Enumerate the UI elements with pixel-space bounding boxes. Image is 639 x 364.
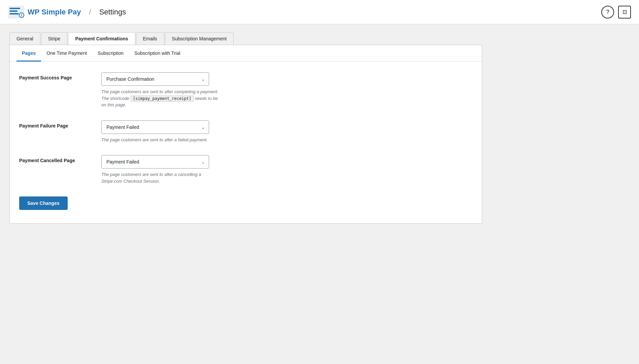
screen-options-button[interactable]: ⊡ bbox=[618, 6, 631, 19]
tab-general[interactable]: General bbox=[9, 32, 40, 45]
tab-emails[interactable]: Emails bbox=[136, 32, 164, 45]
payment-failure-description: The page customers are sent to after a f… bbox=[101, 137, 223, 143]
payment-cancelled-label: Payment Cancelled Page bbox=[19, 155, 93, 163]
payment-failure-select-wrap: Purchase Confirmation Payment Failed Oth… bbox=[101, 120, 209, 134]
payment-success-select[interactable]: Purchase Confirmation Payment Failed Oth… bbox=[101, 72, 209, 86]
header-right: ? ⊡ bbox=[601, 6, 631, 19]
help-button[interactable]: ? bbox=[601, 6, 614, 19]
sub-tab-subscription[interactable]: Subscription bbox=[92, 45, 129, 62]
page-header: WP Simple Pay / Settings ? ⊡ bbox=[0, 0, 639, 24]
content-area: Pages One Time Payment Subscription Subs… bbox=[9, 45, 482, 224]
payment-cancelled-description: The page customers are sent to after a c… bbox=[101, 171, 223, 184]
header-divider: / bbox=[89, 8, 91, 16]
top-nav-tabs: General Stripe Payment Confirmations Ema… bbox=[9, 32, 482, 45]
svg-rect-1 bbox=[9, 8, 20, 9]
save-row: Save Changes bbox=[19, 196, 472, 210]
payment-cancelled-select[interactable]: Purchase Confirmation Payment Failed Oth… bbox=[101, 155, 209, 169]
svg-rect-6 bbox=[21, 15, 22, 16]
tab-subscription-management[interactable]: Subscription Management bbox=[165, 32, 234, 45]
header-left: WP Simple Pay / Settings bbox=[8, 6, 126, 19]
payment-failure-label: Payment Failure Page bbox=[19, 120, 93, 129]
screen-icon: ⊡ bbox=[623, 9, 627, 15]
logo: WP Simple Pay bbox=[8, 6, 81, 19]
payment-success-shortcode: [simpay_payment_receipt] bbox=[131, 96, 194, 102]
form-area: Payment Success Page Purchase Confirmati… bbox=[10, 62, 482, 223]
payment-failure-select[interactable]: Purchase Confirmation Payment Failed Oth… bbox=[101, 120, 209, 134]
payment-success-field: Purchase Confirmation Payment Failed Oth… bbox=[101, 72, 223, 108]
sub-tab-subscription-with-trial[interactable]: Subscription with Trial bbox=[129, 45, 186, 62]
payment-success-label: Payment Success Page bbox=[19, 72, 93, 80]
payment-success-select-wrap: Purchase Confirmation Payment Failed Oth… bbox=[101, 72, 209, 86]
help-icon: ? bbox=[606, 9, 609, 15]
logo-text: WP Simple Pay bbox=[28, 8, 81, 16]
save-button[interactable]: Save Changes bbox=[19, 196, 68, 210]
tab-stripe[interactable]: Stripe bbox=[41, 32, 68, 45]
sub-tabs: Pages One Time Payment Subscription Subs… bbox=[10, 45, 482, 62]
sub-tab-pages[interactable]: Pages bbox=[16, 45, 41, 62]
payment-cancelled-select-wrap: Purchase Confirmation Payment Failed Oth… bbox=[101, 155, 209, 169]
main-content: General Stripe Payment Confirmations Ema… bbox=[0, 24, 492, 232]
payment-failure-field: Purchase Confirmation Payment Failed Oth… bbox=[101, 120, 223, 143]
payment-success-description: The page customers are sent to after com… bbox=[101, 88, 223, 108]
svg-rect-3 bbox=[9, 13, 19, 14]
tab-payment-confirmations[interactable]: Payment Confirmations bbox=[68, 32, 135, 45]
payment-failure-row: Payment Failure Page Purchase Confirmati… bbox=[19, 120, 472, 143]
logo-icon bbox=[8, 6, 24, 19]
header-title: Settings bbox=[99, 8, 126, 16]
svg-point-4 bbox=[19, 13, 24, 17]
payment-success-row: Payment Success Page Purchase Confirmati… bbox=[19, 72, 472, 108]
svg-rect-5 bbox=[21, 14, 22, 15]
payment-cancelled-field: Purchase Confirmation Payment Failed Oth… bbox=[101, 155, 223, 184]
payment-cancelled-row: Payment Cancelled Page Purchase Confirma… bbox=[19, 155, 472, 184]
svg-rect-2 bbox=[9, 10, 18, 12]
sub-tab-one-time-payment[interactable]: One Time Payment bbox=[41, 45, 92, 62]
